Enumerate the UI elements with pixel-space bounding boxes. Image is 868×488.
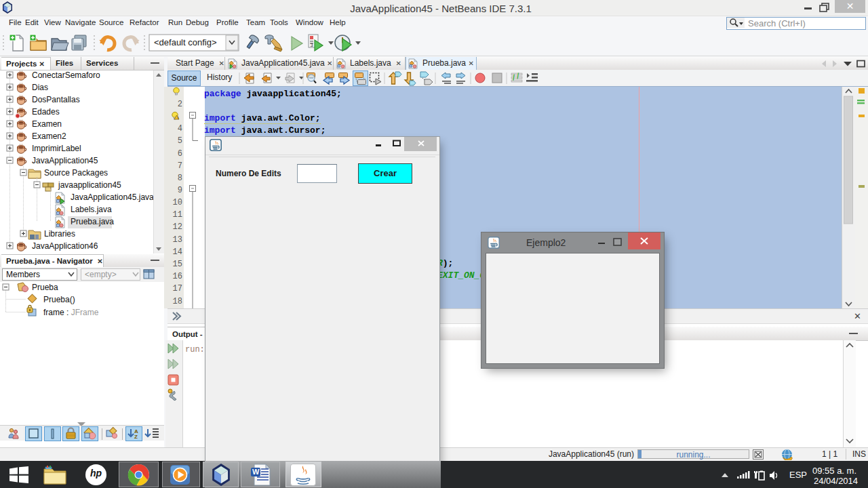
svg-text:Edades: Edades [32,107,60,117]
svg-text:Examen2: Examen2 [32,131,66,141]
svg-text:2: 2 [178,100,182,109]
svg-text:15: 15 [173,260,182,269]
svg-text:9: 9 [178,186,182,195]
svg-text:Labels.java: Labels.java [71,205,112,214]
svg-text:frame : JFrame: frame : JFrame [43,308,99,317]
svg-text:Prueba: Prueba [32,283,58,292]
svg-text:14: 14 [173,247,182,257]
svg-text:<default config>: <default config> [154,37,217,47]
svg-text:5: 5 [178,136,182,146]
svg-text:16: 16 [173,272,182,281]
svg-text:Prueba.java: Prueba.java [71,217,114,226]
svg-text:4: 4 [178,124,182,134]
svg-text:8: 8 [178,174,182,183]
svg-text:6: 6 [178,149,182,159]
svg-text:ConectarSemaforo: ConectarSemaforo [32,70,100,80]
svg-text:17: 17 [173,284,182,293]
svg-text:3: 3 [311,42,313,48]
svg-text:!: ! [178,116,179,120]
svg-text:Source Packages: Source Packages [44,168,108,178]
svg-text:DosPantallas: DosPantallas [32,95,80,104]
svg-text:JavaApplication45.java: JavaApplication45.java [71,192,154,202]
svg-text:JavaApplication45: JavaApplication45 [32,156,98,165]
svg-text:18: 18 [173,297,182,306]
svg-text:Dias: Dias [32,83,48,92]
svg-text:13: 13 [173,235,182,245]
svg-text:11: 11 [173,210,182,220]
svg-text:W: W [252,468,260,476]
svg-text:JavaApplication46: JavaApplication46 [32,241,98,251]
svg-text:10: 10 [173,198,182,207]
svg-text:Examen: Examen [32,119,62,129]
svg-text:7: 7 [178,161,182,171]
svg-text:ImprimirLabel: ImprimirLabel [32,144,81,153]
svg-text:javaapplication45: javaapplication45 [58,180,121,190]
svg-text:Libraries: Libraries [44,229,75,239]
svg-text:Z: Z [134,434,138,440]
svg-text:12: 12 [173,222,182,232]
svg-text:Prueba(): Prueba() [43,295,75,304]
